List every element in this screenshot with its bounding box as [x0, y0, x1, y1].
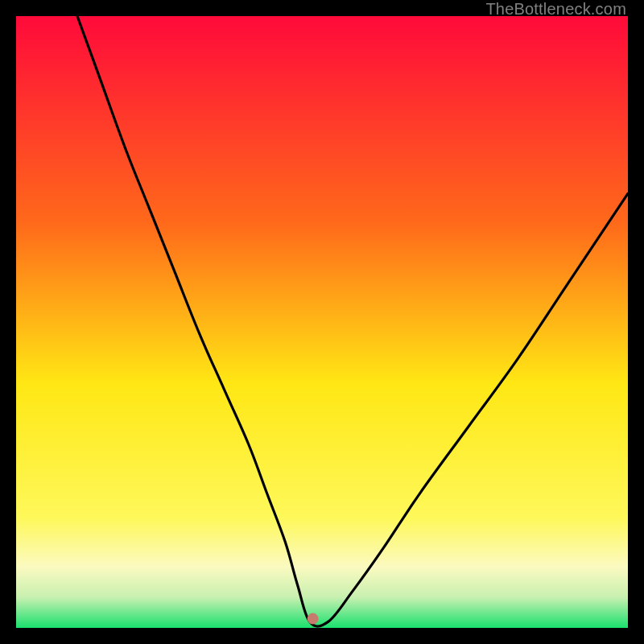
optimal-point-marker: [308, 613, 319, 625]
watermark-text: TheBottleneck.com: [485, 0, 626, 19]
bottleneck-curve: [16, 16, 628, 628]
chart-frame: [16, 16, 628, 628]
